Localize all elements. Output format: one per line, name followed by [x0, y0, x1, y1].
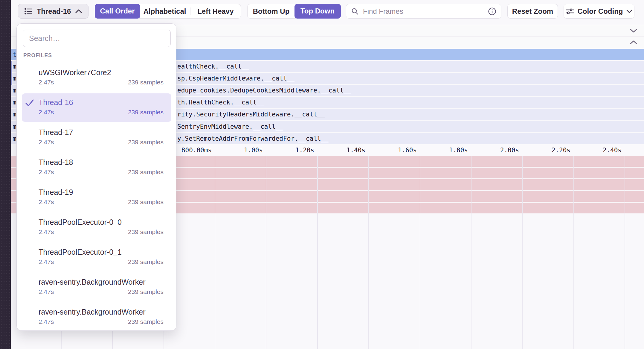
frame-label: rity.SecurityHeadersMiddleware.__call__ — [177, 109, 325, 120]
time-gridline — [522, 156, 523, 349]
profile-name: raven-sentry.BackgroundWorker — [39, 307, 146, 316]
frame-label: edupe_cookies.DedupeCookiesMiddleware.__… — [177, 85, 351, 96]
profile-name: Thread-18 — [39, 158, 73, 167]
list-icon — [24, 7, 33, 15]
profile-samples: 239 samples — [128, 288, 164, 295]
frame-label: ealthCheck.__call__ — [177, 61, 249, 72]
frame-text-fragment: m — [13, 61, 16, 72]
find-frames-input[interactable] — [362, 7, 484, 16]
checkmark-icon — [25, 99, 34, 107]
time-gridline — [368, 156, 369, 349]
direction-option-top-down[interactable]: Top Down — [294, 4, 341, 19]
axis-tick-label: 2.40s — [574, 147, 622, 154]
sort-option-alphabetical[interactable]: Alphabetical — [140, 4, 190, 18]
profile-name: raven-sentry.BackgroundWorker — [39, 277, 146, 286]
profile-samples: 239 samples — [128, 228, 164, 236]
profile-duration: 2.47s — [39, 79, 54, 86]
color-coding-label: Color Coding — [578, 7, 623, 16]
profile-duration: 2.47s — [39, 139, 54, 146]
profile-duration: 2.47s — [39, 288, 54, 295]
find-frames-field — [346, 4, 501, 19]
axis-tick-label: 1.20s — [266, 147, 314, 154]
profile-item[interactable]: Thread-17 2.47s239 samples — [17, 125, 177, 154]
time-gridline — [317, 156, 318, 349]
sort-option-left-heavy[interactable]: Left Heavy — [190, 4, 241, 18]
chevron-up-icon[interactable] — [630, 40, 637, 45]
frame-text-fragment: m — [13, 97, 16, 108]
frame-label: sp.CspHeaderMiddleware.__call__ — [177, 73, 294, 84]
profile-item[interactable]: ThreadPoolExecutor-0_1 2.47s239 samples — [17, 245, 177, 274]
time-gridline — [471, 156, 471, 349]
reset-zoom-label: Reset Zoom — [512, 7, 553, 16]
frame-text-fragment: m — [13, 73, 16, 84]
dropdown-search-input[interactable] — [23, 30, 171, 47]
frame-label: th.HealthCheck.__call__ — [177, 97, 264, 108]
profile-samples: 239 samples — [128, 258, 164, 265]
direction-segmented-control: Bottom Up Top Down — [247, 4, 341, 19]
frame-boundary-line — [11, 61, 12, 85]
profiling-flamegraph-page: t m ealthCheck.__call__ m sp.CspHeaderMi… — [0, 0, 644, 349]
sidebar-strip — [0, 0, 11, 349]
thread-selector-button[interactable]: Thread-16 — [18, 4, 88, 19]
axis-tick-label: 2.20s — [523, 147, 570, 154]
profile-duration: 2.47s — [39, 169, 54, 176]
profile-samples: 239 samples — [128, 198, 164, 206]
profile-duration: 2.47s — [39, 198, 54, 206]
profile-name: Thread-17 — [39, 128, 73, 137]
reset-zoom-button[interactable]: Reset Zoom — [507, 4, 558, 19]
profile-name: ThreadPoolExecutor-0_1 — [39, 248, 122, 257]
profile-name: ThreadPoolExecutor-0_0 — [39, 218, 122, 227]
profile-samples: 239 samples — [128, 169, 164, 176]
profile-item[interactable]: Thread-18 2.47s239 samples — [17, 155, 177, 184]
axis-tick-label: 2.00s — [471, 147, 519, 154]
profile-samples: 239 samples — [128, 139, 164, 146]
frame-label: SentryEnvMiddleware.__call__ — [177, 121, 283, 132]
frame-text-fragment: t — [13, 49, 16, 60]
axis-tick-label: 1.80s — [420, 147, 468, 154]
profile-item[interactable]: uWSGIWorker7Core2 2.47s239 samples — [17, 66, 177, 94]
profile-item[interactable]: raven-sentry.BackgroundWorker 2.47s239 s… — [17, 275, 177, 304]
profile-name: Thread-19 — [39, 188, 73, 197]
profiles-group-label: PROFILES — [23, 52, 52, 59]
time-gridline — [266, 156, 266, 349]
time-gridline — [215, 156, 215, 349]
profile-name: uWSGIWorker7Core2 — [39, 68, 111, 77]
frame-text-fragment: m — [13, 133, 16, 144]
time-gridline — [625, 156, 625, 349]
profile-duration: 2.47s — [39, 258, 54, 265]
frame-text-fragment: m — [13, 121, 16, 132]
profile-samples: 239 samples — [128, 79, 164, 86]
direction-option-bottom-up[interactable]: Bottom Up — [248, 4, 295, 18]
color-coding-button[interactable]: Color Coding — [564, 4, 634, 19]
profile-samples: 239 samples — [128, 109, 164, 116]
time-gridline — [420, 156, 420, 349]
profile-item-selected[interactable]: Thread-16 2.47s239 samples — [17, 95, 177, 124]
profile-item[interactable]: Thread-19 2.47s239 samples — [17, 185, 177, 214]
info-icon[interactable] — [488, 7, 496, 16]
profile-selector-dropdown: PROFILES uWSGIWorker7Core2 2.47s239 samp… — [16, 23, 176, 331]
profile-name: Thread-16 — [39, 98, 73, 107]
sort-segmented-control: Call Order Alphabetical Left Heavy — [95, 4, 241, 19]
time-gridline — [573, 156, 574, 349]
chevron-down-icon[interactable] — [630, 28, 637, 33]
chevron-down-icon — [626, 9, 633, 13]
frame-text-fragment: m — [13, 109, 16, 120]
axis-tick-label: 1.40s — [318, 147, 365, 154]
axis-tick-label: 1.60s — [369, 147, 417, 154]
axis-tick-label: 1.00s — [215, 147, 263, 154]
search-icon — [351, 7, 359, 15]
sort-option-call-order[interactable]: Call Order — [95, 4, 140, 19]
profile-samples: 239 samples — [128, 318, 164, 325]
profile-item[interactable]: raven-sentry.BackgroundWorker 2.47s239 s… — [17, 305, 177, 334]
chevron-up-icon — [75, 9, 82, 13]
profile-duration: 2.47s — [39, 318, 54, 325]
profile-duration: 2.47s — [39, 228, 54, 236]
profile-duration: 2.47s — [39, 109, 54, 116]
frame-text-fragment: m — [13, 85, 16, 96]
thread-selector-label: Thread-16 — [37, 7, 71, 16]
frame-label: y.SetRemoteAddrFromForwardedFor.__call__ — [177, 133, 329, 144]
profile-item[interactable]: ThreadPoolExecutor-0_0 2.47s239 samples — [17, 215, 177, 244]
sliders-icon — [565, 8, 574, 15]
